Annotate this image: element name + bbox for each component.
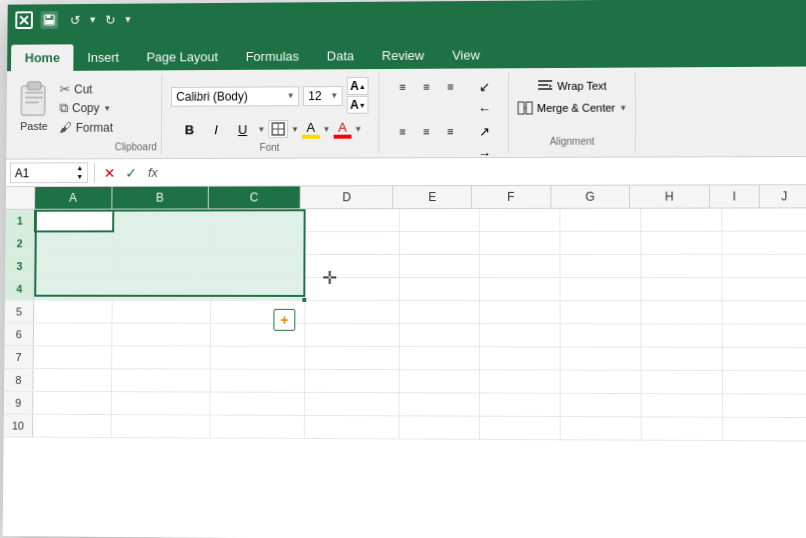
indent-decrease-btn[interactable]: ←: [473, 98, 495, 118]
cell-ref-up[interactable]: ▲: [76, 164, 83, 172]
cell-D8[interactable]: [305, 370, 400, 392]
cell-H1[interactable]: [641, 209, 722, 231]
cell-D10[interactable]: [305, 416, 400, 439]
cell-H5[interactable]: [641, 301, 722, 323]
formula-cancel-btn[interactable]: ✕: [101, 165, 119, 181]
cell-G10[interactable]: [561, 417, 642, 440]
formula-input[interactable]: [166, 164, 806, 180]
tab-home[interactable]: Home: [11, 44, 74, 71]
cell-ref-down[interactable]: ▼: [76, 173, 83, 181]
formula-fx-btn[interactable]: fx: [144, 165, 162, 180]
col-header-J[interactable]: J: [760, 185, 806, 207]
italic-button[interactable]: I: [204, 118, 228, 140]
copy-dropdown-arrow[interactable]: ▼: [103, 104, 111, 113]
cell-B1[interactable]: [113, 209, 212, 231]
font-size-selector[interactable]: 12 ▼: [303, 86, 343, 106]
cell-F8[interactable]: [480, 370, 561, 392]
cell-E9[interactable]: [400, 393, 480, 415]
angle-clockwise-btn[interactable]: ↗: [473, 121, 495, 141]
paste-button[interactable]: Paste: [10, 77, 57, 134]
row-num-2[interactable]: 2: [5, 232, 34, 254]
cell-C3[interactable]: [211, 255, 305, 277]
cell-B5[interactable]: [112, 301, 211, 323]
fill-color-dropdown[interactable]: ▼: [323, 124, 331, 133]
row-num-7[interactable]: 7: [4, 346, 34, 368]
cell-B3[interactable]: [113, 255, 212, 277]
format-painter-button[interactable]: 🖌 Format: [57, 119, 115, 136]
cell-A2[interactable]: [35, 232, 114, 254]
undo-btn[interactable]: ↺: [70, 12, 81, 27]
cell-H2[interactable]: [641, 232, 722, 254]
font-decrease-btn[interactable]: A▼: [347, 96, 369, 114]
cut-button[interactable]: ✂ Cut: [57, 80, 115, 97]
cell-G2[interactable]: [560, 232, 641, 254]
cell-F5[interactable]: [480, 301, 561, 323]
cell-F9[interactable]: [480, 394, 561, 416]
font-size-arrow[interactable]: ▼: [330, 91, 338, 100]
underline-dropdown[interactable]: ▼: [257, 125, 265, 134]
cell-C8[interactable]: [211, 370, 305, 392]
cell-A8[interactable]: [33, 369, 112, 391]
cell-E2[interactable]: [400, 232, 480, 254]
row-num-1[interactable]: 1: [6, 210, 35, 232]
cell-F7[interactable]: [480, 347, 561, 369]
cell-B8[interactable]: [112, 369, 211, 391]
cell-F1[interactable]: [480, 209, 560, 231]
cell-A5[interactable]: [34, 301, 113, 323]
cell-C2[interactable]: [211, 232, 305, 254]
wrap-text-button[interactable]: Wrap Text: [537, 78, 606, 94]
underline-button[interactable]: U: [231, 118, 255, 140]
autofill-options-btn[interactable]: +: [273, 309, 295, 331]
tab-data[interactable]: Data: [313, 42, 368, 69]
cell-F6[interactable]: [480, 324, 561, 346]
cell-B4[interactable]: [113, 278, 212, 300]
font-color-button[interactable]: A: [333, 119, 351, 138]
redo-btn[interactable]: ↻: [105, 12, 116, 27]
cell-H4[interactable]: [641, 278, 722, 300]
font-family-selector[interactable]: Calibri (Body) ▼: [171, 86, 299, 106]
cell-B9[interactable]: [112, 392, 211, 414]
cell-A10[interactable]: [33, 415, 112, 437]
cell-B6[interactable]: [112, 324, 211, 346]
cell-E10[interactable]: [400, 416, 480, 439]
cell-D9[interactable]: [305, 393, 400, 415]
tab-insert[interactable]: Insert: [73, 44, 132, 71]
cell-C1[interactable]: [212, 209, 306, 231]
save-quick-btn[interactable]: [41, 11, 59, 29]
cell-E6[interactable]: [400, 324, 480, 346]
undo-dropdown[interactable]: ▼: [88, 15, 97, 25]
cell-D3[interactable]: [305, 255, 400, 277]
cell-C4[interactable]: [211, 278, 305, 300]
col-header-B[interactable]: B: [112, 187, 209, 209]
col-header-E[interactable]: E: [394, 186, 473, 208]
cell-D7[interactable]: [305, 347, 400, 369]
cell-H6[interactable]: [641, 324, 722, 346]
font-increase-btn[interactable]: A▲: [347, 77, 369, 95]
bold-button[interactable]: B: [178, 118, 202, 140]
cell-A3[interactable]: [34, 255, 113, 277]
cell-D4[interactable]: [305, 278, 400, 300]
cell-D1[interactable]: [306, 209, 401, 231]
align-top-right-btn[interactable]: ≡: [440, 77, 462, 97]
cell-E1[interactable]: [400, 209, 480, 231]
cell-F3[interactable]: [480, 255, 560, 277]
row-num-4[interactable]: 4: [5, 278, 35, 300]
cell-F4[interactable]: [480, 278, 560, 300]
cell-H3[interactable]: [641, 255, 722, 277]
angle-counterclockwise-btn[interactable]: ↙: [473, 76, 495, 96]
col-header-H[interactable]: H: [630, 185, 710, 207]
col-header-F[interactable]: F: [472, 186, 551, 208]
cell-D5[interactable]: [305, 301, 400, 323]
cell-B10[interactable]: [112, 415, 211, 437]
cell-D6[interactable]: [305, 324, 400, 346]
cell-E5[interactable]: [400, 301, 480, 323]
cell-H8[interactable]: [642, 371, 723, 394]
cell-G3[interactable]: [560, 255, 641, 277]
align-bottom-center-btn[interactable]: ≡: [416, 121, 438, 141]
borders-dropdown[interactable]: ▼: [291, 124, 299, 133]
col-header-D[interactable]: D: [301, 186, 394, 208]
row-num-9[interactable]: 9: [4, 392, 34, 414]
fill-color-button[interactable]: A: [302, 119, 320, 138]
cell-G1[interactable]: [560, 209, 641, 231]
cell-F10[interactable]: [480, 417, 561, 440]
